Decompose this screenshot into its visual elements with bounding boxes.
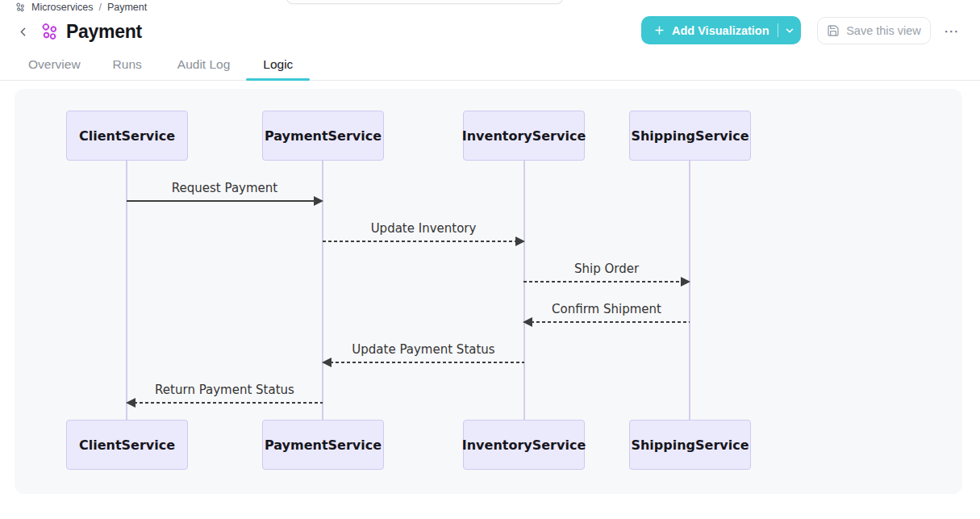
arrowhead-left-icon: [523, 317, 532, 327]
tab-runs[interactable]: Runs: [113, 48, 142, 80]
message-line: [525, 321, 690, 323]
ellipsis-icon: ⋯: [944, 22, 960, 40]
actor-paymentservice-bottom: PaymentService: [262, 420, 384, 470]
message-label: Ship Order: [523, 262, 690, 276]
message-ship-order: Ship Order: [523, 257, 690, 284]
arrowhead-right-icon: [515, 236, 525, 246]
message-update-inventory: Update Inventory: [323, 216, 524, 244]
plus-icon: [653, 24, 665, 36]
tab-label: Overview: [28, 57, 81, 72]
chevron-left-icon: [16, 25, 30, 39]
actor-inventoryservice-bottom: InventoryService: [463, 420, 585, 470]
message-label: Update Payment Status: [323, 342, 524, 357]
tab-label: Audit Log: [177, 57, 231, 72]
actor-paymentservice-top: PaymentService: [262, 111, 384, 161]
microservices-cluster-icon: [15, 2, 26, 13]
arrowhead-right-icon: [314, 196, 323, 206]
arrowhead-left-icon: [322, 358, 332, 367]
more-options-button[interactable]: ⋯: [938, 19, 965, 42]
tab-label: Runs: [113, 57, 142, 72]
actor-shippingservice-bottom: ShippingService: [629, 420, 751, 470]
breadcrumb-separator: /: [98, 2, 101, 13]
message-label: Update Inventory: [323, 221, 524, 236]
tab-bar: Overview Runs Audit Log Logic: [0, 48, 980, 81]
tab-overview[interactable]: Overview: [28, 48, 81, 80]
chevron-down-icon: [784, 25, 795, 36]
lifeline-shippingservice: [689, 161, 690, 420]
message-line: [324, 362, 524, 363]
message-return-payment-status: Return Payment Status: [127, 378, 323, 405]
arrowhead-left-icon: [126, 398, 136, 408]
page-title: Payment: [66, 21, 142, 43]
logic-diagram-panel: ClientService PaymentService InventorySe…: [15, 89, 962, 494]
save-view-label: Save this view: [846, 24, 921, 37]
message-request-payment: Request Payment: [127, 176, 323, 203]
actor-inventoryservice-top: InventoryService: [463, 111, 585, 161]
breadcrumb: Microservices / Payment: [15, 0, 147, 14]
tab-label: Logic: [263, 57, 293, 72]
page-header: Payment: [13, 18, 142, 45]
arrowhead-right-icon: [681, 277, 690, 287]
message-label: Confirm Shipment: [523, 302, 690, 316]
lifeline-inventoryservice: [523, 161, 525, 420]
actor-shippingservice-top: ShippingService: [629, 111, 751, 161]
breadcrumb-current[interactable]: Payment: [107, 2, 147, 13]
sequence-diagram: ClientService PaymentService InventorySe…: [15, 89, 962, 494]
floppy-disk-icon: [827, 24, 840, 37]
breadcrumb-root[interactable]: Microservices: [31, 2, 93, 13]
active-tab-underline: [246, 78, 310, 81]
tab-audit-log[interactable]: Audit Log: [177, 48, 231, 80]
message-label: Return Payment Status: [127, 383, 323, 397]
message-line: [128, 402, 323, 404]
message-line: [323, 241, 523, 242]
message-label: Request Payment: [127, 181, 323, 195]
add-visualization-split-button: Add Visualization: [641, 16, 801, 44]
actor-clientservice-top: ClientService: [66, 111, 188, 161]
message-confirm-shipment: Confirm Shipment: [523, 297, 690, 324]
save-view-button[interactable]: Save this view: [817, 17, 931, 44]
microservices-cluster-icon: [39, 21, 60, 42]
message-update-payment-status: Update Payment Status: [323, 337, 524, 365]
back-button[interactable]: [13, 22, 32, 41]
add-visualization-label: Add Visualization: [672, 24, 769, 37]
add-visualization-button[interactable]: Add Visualization: [641, 24, 778, 37]
add-visualization-dropdown-toggle[interactable]: [778, 16, 801, 44]
cutoff-popup: [286, 0, 563, 4]
message-line: [523, 281, 688, 283]
actor-clientservice-bottom: ClientService: [66, 420, 188, 470]
tab-logic[interactable]: Logic: [246, 48, 310, 80]
message-line: [127, 200, 321, 202]
